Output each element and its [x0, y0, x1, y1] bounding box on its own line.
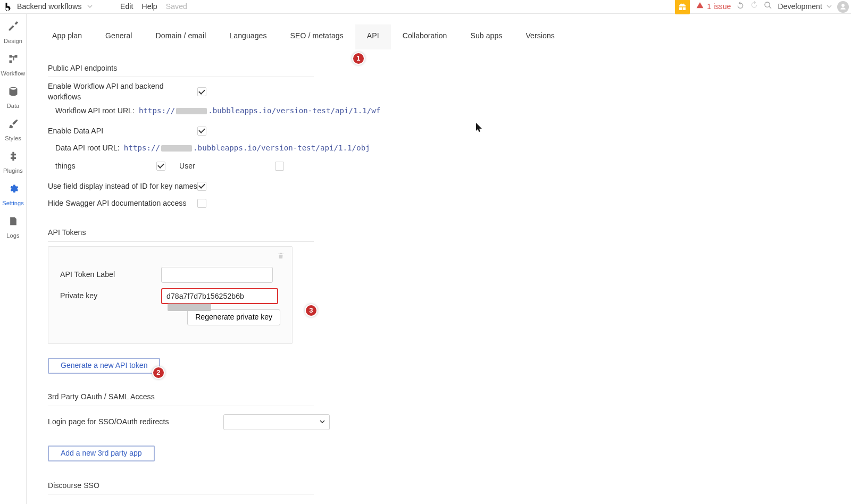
- user-label: User: [179, 161, 275, 172]
- logs-icon: [8, 216, 19, 230]
- gift-icon[interactable]: [675, 0, 690, 14]
- things-checkbox[interactable]: [156, 162, 165, 171]
- bubble-logo-icon: [2, 1, 14, 13]
- branch-selector[interactable]: Development: [778, 2, 832, 12]
- enable-workflow-label: Enable Workflow API and backend workflow…: [48, 81, 197, 102]
- redo-icon[interactable]: [750, 1, 758, 13]
- settings-tabs: App plan General Domain / email Language…: [40, 24, 851, 49]
- sidenav-item-design[interactable]: Design: [0, 18, 26, 51]
- sidenav: Design Workflow Data Styles Plugins Sett…: [0, 14, 27, 504]
- hide-swagger-label: Hide Swagger API documentation access: [48, 198, 187, 209]
- tab-collaboration[interactable]: Collaboration: [391, 24, 459, 49]
- project-selector[interactable]: Backend workflows: [17, 2, 113, 12]
- data-root-label: Data API root URL:: [55, 143, 120, 154]
- private-key-value[interactable]: d78a7f7d7b156252b6b: [161, 288, 278, 304]
- sidenav-item-workflow[interactable]: Workflow: [0, 51, 26, 83]
- chevron-down-icon: [320, 417, 325, 427]
- tab-languages[interactable]: Languages: [218, 24, 278, 49]
- private-key-label: Private key: [60, 291, 161, 301]
- token-label-label: API Token Label: [60, 270, 161, 280]
- sso-login-page-dropdown[interactable]: [223, 414, 330, 430]
- add-3rd-party-app-button[interactable]: Add a new 3rd party app: [48, 446, 155, 461]
- callout-3: 3: [305, 304, 318, 317]
- menu-edit[interactable]: Edit: [120, 2, 134, 12]
- tab-domain-email[interactable]: Domain / email: [144, 24, 218, 49]
- wf-root-label: Workflow API root URL:: [55, 106, 135, 116]
- tab-app-plan[interactable]: App plan: [40, 24, 94, 49]
- topbar: Backend workflows Edit Help Saved 1 issu…: [0, 0, 851, 14]
- save-status: Saved: [166, 2, 187, 12]
- wf-root-url[interactable]: https://.bubbleapps.io/version-test/api/…: [139, 106, 380, 116]
- project-name: Backend workflows: [17, 2, 82, 12]
- design-icon: [8, 21, 19, 35]
- enable-workflow-checkbox[interactable]: [197, 87, 206, 96]
- redacted-subdomain: [176, 108, 207, 114]
- enable-data-checkbox[interactable]: [197, 127, 206, 136]
- data-root-url[interactable]: https://.bubbleapps.io/version-test/api/…: [124, 143, 370, 154]
- user-checkbox[interactable]: [275, 162, 284, 171]
- things-label: things: [55, 161, 156, 172]
- chevron-down-icon: [87, 2, 93, 12]
- brush-icon: [8, 119, 19, 132]
- section-tokens-title: API Tokens: [48, 228, 314, 242]
- sidenav-item-settings[interactable]: Settings: [0, 180, 26, 213]
- section-discourse-title: Discourse SSO: [48, 481, 314, 495]
- section-endpoints-title: Public API endpoints: [48, 63, 314, 78]
- hide-swagger-checkbox[interactable]: [197, 199, 206, 208]
- section-oauth-title: 3rd Party OAuth / SAML Access: [48, 392, 314, 406]
- sidenav-item-logs[interactable]: Logs: [0, 213, 26, 245]
- top-menu: Edit Help Saved: [120, 2, 187, 12]
- plugins-icon: [8, 151, 19, 165]
- api-token-card: API Token Label Private key d78a7f7d7b15…: [48, 246, 293, 344]
- issues-indicator[interactable]: 1 issue: [696, 2, 731, 12]
- gear-icon: [8, 183, 19, 197]
- tab-api[interactable]: API: [355, 24, 391, 49]
- sidenav-item-plugins[interactable]: Plugins: [0, 148, 26, 180]
- branch-name: Development: [778, 2, 822, 12]
- search-icon[interactable]: [764, 1, 772, 13]
- warning-icon: [696, 2, 704, 12]
- undo-icon[interactable]: [736, 1, 745, 13]
- menu-help[interactable]: Help: [142, 2, 157, 12]
- trash-icon[interactable]: [277, 252, 285, 263]
- sidenav-item-data[interactable]: Data: [0, 83, 26, 115]
- tab-seo[interactable]: SEO / metatags: [279, 24, 355, 49]
- settings-content: App plan General Domain / email Language…: [27, 14, 851, 504]
- use-field-checkbox[interactable]: [197, 182, 206, 191]
- workflow-icon: [8, 54, 19, 68]
- avatar[interactable]: [837, 1, 849, 13]
- use-field-label: Use field display instead of ID for key …: [48, 181, 197, 192]
- tab-general[interactable]: General: [94, 24, 144, 49]
- token-label-input[interactable]: [161, 267, 273, 283]
- redacted-subdomain: [161, 145, 192, 152]
- issues-text: 1 issue: [707, 2, 731, 12]
- generate-api-token-button[interactable]: Generate a new API token: [48, 358, 160, 374]
- database-icon: [8, 86, 19, 100]
- chevron-down-icon: [827, 2, 832, 12]
- sidenav-item-styles[interactable]: Styles: [0, 115, 26, 148]
- enable-data-label: Enable Data API: [48, 126, 103, 137]
- tab-sub-apps[interactable]: Sub apps: [458, 24, 514, 49]
- redacted-key-tail: [168, 304, 211, 311]
- tab-versions[interactable]: Versions: [514, 24, 566, 49]
- sso-login-page-label: Login page for SSO/OAuth redirects: [48, 417, 223, 427]
